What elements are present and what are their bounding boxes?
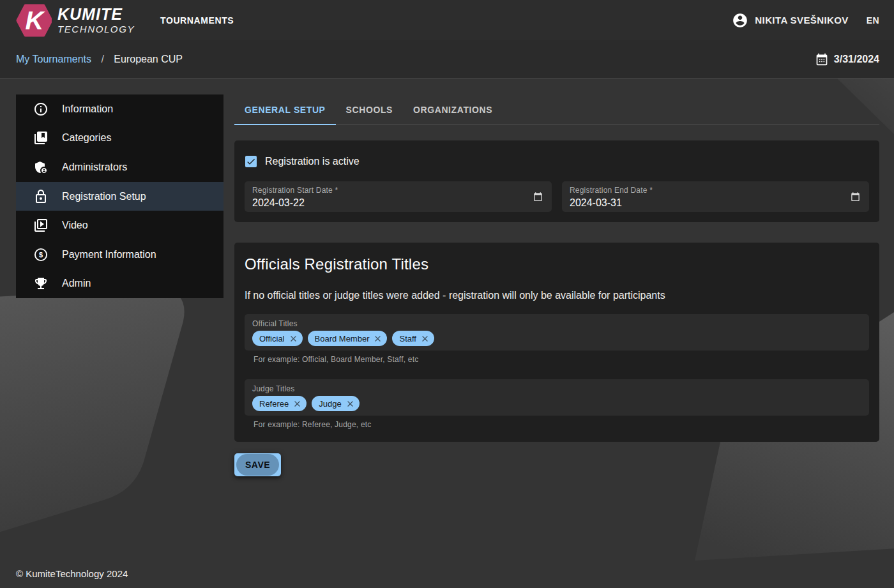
brand-subtitle: TECHNOLOGY (57, 24, 135, 34)
breadcrumb: My Tournaments / European CUP (16, 54, 183, 65)
sidebar-item-administrators[interactable]: Administrators (16, 153, 224, 182)
tournament-date: 3/31/2024 (815, 53, 879, 66)
checkbox-checked-icon[interactable] (245, 156, 257, 167)
tab-bar: GENERAL SETUP SCHOOLS ORGANIZATIONS (234, 94, 879, 125)
judge-titles-field[interactable]: Judge Titles Referee Judge (245, 379, 869, 416)
tournament-date-value: 3/31/2024 (834, 54, 879, 65)
checkbox-label: Registration is active (265, 156, 360, 167)
date-picker-icon[interactable] (533, 192, 543, 202)
info-icon (33, 102, 49, 117)
date-row: Registration Start Date * 2024-03-22 Reg… (245, 181, 869, 212)
footer: © KumiteTechnology 2024 (16, 568, 128, 579)
copyright-text: © KumiteTechnology 2024 (16, 568, 128, 579)
sidebar-item-video[interactable]: Video (16, 211, 224, 240)
breadcrumb-separator: / (101, 54, 103, 64)
calendar-icon (815, 53, 828, 66)
field-value: 2024-03-22 (252, 197, 524, 209)
field-label: Official Titles (252, 319, 861, 328)
user-menu[interactable]: NIKITA SVEŠNIKOV (732, 12, 848, 29)
chip-staff[interactable]: Staff (392, 331, 434, 346)
chip-official[interactable]: Official (252, 331, 303, 346)
main-content: GENERAL SETUP SCHOOLS ORGANIZATIONS Regi… (234, 94, 879, 476)
breadcrumb-link-my-tournaments[interactable]: My Tournaments (16, 54, 91, 64)
breadcrumb-bar: My Tournaments / European CUP 3/31/2024 (0, 40, 894, 79)
save-button[interactable]: SAVE (234, 453, 281, 476)
logo-hexagon-icon: K (16, 4, 52, 37)
app-header: K KUMITE TECHNOLOGY TOURNAMENTS NIKITA S… (0, 0, 894, 40)
save-button-label: SAVE (245, 460, 270, 470)
chip-referee[interactable]: Referee (252, 396, 307, 411)
officials-card-description: If no official titles or judge titles we… (245, 290, 869, 301)
brand-logo[interactable]: K KUMITE TECHNOLOGY (16, 4, 135, 37)
avatar-icon (732, 12, 748, 29)
field-value: 2024-03-31 (570, 197, 841, 209)
trophy-icon (33, 276, 49, 291)
sidebar-item-categories[interactable]: Categories (16, 124, 224, 153)
breadcrumb-current: European CUP (114, 54, 183, 64)
registration-active-checkbox[interactable]: Registration is active (245, 153, 869, 170)
chip-board-member[interactable]: Board Member (308, 331, 388, 346)
judge-titles-chips: Referee Judge (252, 396, 861, 411)
registration-end-date-field[interactable]: Registration End Date * 2024-03-31 (562, 181, 869, 212)
brand-name: KUMITE (57, 6, 135, 22)
officials-card-title: Officials Registration Titles (245, 255, 869, 273)
administrators-icon (33, 160, 49, 175)
payment-icon: $ (33, 247, 49, 262)
registration-settings-card: Registration is active Registration Star… (234, 140, 879, 222)
video-icon (33, 218, 49, 233)
user-name: NIKITA SVEŠNIKOV (755, 15, 848, 26)
chip-close-icon[interactable] (345, 399, 355, 409)
language-selector[interactable]: EN (867, 15, 879, 26)
date-picker-icon[interactable] (851, 192, 860, 202)
officials-titles-card: Officials Registration Titles If no offi… (234, 243, 879, 442)
sidebar-item-payment-information[interactable]: $ Payment Information (16, 240, 224, 269)
chip-close-icon[interactable] (373, 334, 383, 343)
tab-general-setup[interactable]: GENERAL SETUP (234, 94, 336, 124)
official-titles-field[interactable]: Official Titles Official Board Member St… (245, 314, 869, 351)
tab-schools[interactable]: SCHOOLS (336, 94, 403, 124)
chip-judge[interactable]: Judge (312, 396, 359, 411)
nav-tournaments[interactable]: TOURNAMENTS (160, 15, 234, 26)
logo-letter: K (26, 6, 46, 34)
categories-icon (33, 130, 49, 146)
chip-close-icon[interactable] (420, 334, 430, 343)
sidebar: Information Categories Administrators Re… (16, 94, 224, 298)
header-right: NIKITA SVEŠNIKOV EN (732, 12, 879, 29)
main-layout: Information Categories Administrators Re… (0, 79, 894, 476)
sidebar-item-information[interactable]: Information (16, 94, 224, 124)
field-label: Registration End Date * (570, 186, 841, 195)
tab-organizations[interactable]: ORGANIZATIONS (403, 94, 503, 124)
sidebar-item-admin[interactable]: Admin (16, 269, 224, 299)
logo-text: KUMITE TECHNOLOGY (57, 6, 135, 34)
chip-close-icon[interactable] (292, 399, 302, 409)
official-titles-helper: For example: Official, Board Member, Sta… (254, 355, 869, 364)
registration-start-date-field[interactable]: Registration Start Date * 2024-03-22 (245, 181, 552, 212)
lock-icon (33, 189, 49, 204)
official-titles-chips: Official Board Member Staff (252, 331, 861, 346)
field-label: Judge Titles (252, 384, 861, 393)
field-label: Registration Start Date * (252, 186, 524, 195)
sidebar-item-registration-setup[interactable]: Registration Setup (16, 182, 224, 211)
svg-text:$: $ (39, 251, 43, 259)
judge-titles-helper: For example: Referee, Judge, etc (254, 420, 869, 429)
chip-close-icon[interactable] (289, 334, 298, 343)
